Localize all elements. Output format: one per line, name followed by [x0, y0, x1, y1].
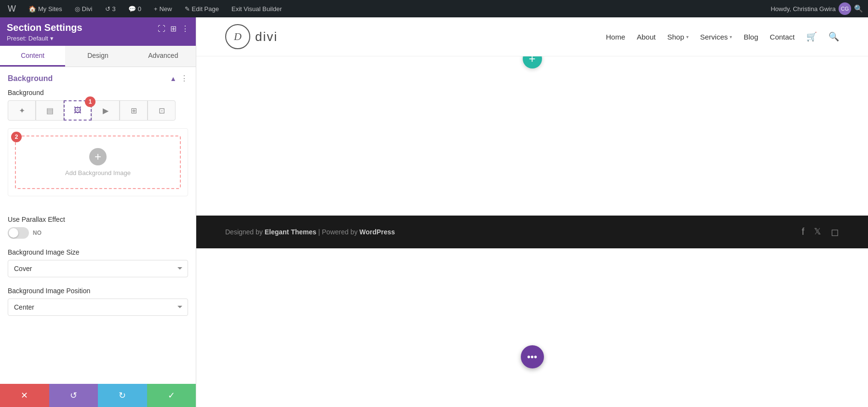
logo-letter: D [234, 30, 242, 43]
right-area: D divi Home About Shop ▾ Services ▾ [196, 17, 868, 407]
exit-builder-label: Exit Visual Builder [231, 5, 282, 13]
site-footer: Designed by Elegant Themes | Powered by … [196, 216, 868, 248]
collapse-button[interactable]: ▲ [170, 75, 176, 82]
canvas-bottom: ••• [196, 248, 868, 407]
admin-avatar[interactable]: CG [839, 2, 851, 15]
add-image-container: 2 + Add Background Image [8, 128, 188, 196]
section-group-title: Background [8, 74, 53, 83]
nav-shop[interactable]: Shop ▾ [667, 33, 689, 41]
toggle-knob [9, 228, 18, 238]
parallax-field-group: Use Parallax Effect NO [0, 211, 196, 244]
add-section-button[interactable]: + [523, 56, 542, 68]
add-section-icon: + [529, 56, 535, 66]
bg-type-pattern[interactable]: ⊞ [120, 100, 148, 121]
shop-chevron-icon: ▾ [686, 34, 689, 40]
tab-content[interactable]: Content [0, 46, 65, 67]
bg-type-row: ✦ ▤ 1 🖼 ▶ ⊞ ⊡ [8, 100, 188, 121]
save-icon: ✓ [168, 390, 175, 401]
panel-preset[interactable]: Preset: Default [7, 35, 82, 42]
my-sites-item[interactable]: 🏠 My Sites [26, 0, 65, 17]
tab-design[interactable]: Design [65, 46, 130, 67]
logo-text: divi [255, 29, 278, 44]
refresh-count: 3 [112, 5, 116, 13]
bg-position-field-group: Background Image Position Center Top Lef… [0, 282, 196, 321]
wp-admin-bar: W 🏠 My Sites ◎ Divi ↺ 3 💬 0 + New ✎ Edit… [0, 0, 868, 17]
nav-blog[interactable]: Blog [744, 33, 758, 41]
facebook-icon[interactable]: f [801, 226, 804, 238]
exit-builder-item[interactable]: Exit Visual Builder [229, 0, 285, 17]
wp-logo-item[interactable]: W [5, 0, 19, 17]
nav-about-label: About [637, 33, 655, 41]
refresh-item[interactable]: ↺ 3 [102, 0, 119, 17]
background-section: Background ▲ ⋮ Background ✦ ▤ [0, 67, 196, 211]
admin-bar-left: W 🏠 My Sites ◎ Divi ↺ 3 💬 0 + New ✎ Edit… [5, 0, 285, 17]
bg-type-mask[interactable]: ⊡ [148, 100, 176, 121]
panel-tabs: Content Design Advanced [0, 46, 196, 67]
bg-type-gradient[interactable]: ▤ [36, 100, 64, 121]
site-nav: Home About Shop ▾ Services ▾ Blog Contac [606, 31, 839, 42]
nav-search-icon[interactable]: 🔍 [828, 31, 839, 42]
footer-brand-elegant: Elegant Themes [265, 228, 316, 236]
save-button[interactable]: ✓ [147, 384, 196, 407]
parallax-toggle[interactable] [8, 227, 29, 239]
tab-advanced[interactable]: Advanced [131, 46, 196, 67]
bg-size-select[interactable]: Cover Contain Auto [8, 260, 188, 277]
edit-page-item[interactable]: ✎ Edit Page [182, 0, 222, 17]
new-label: New [160, 5, 172, 13]
howdy-text: Howdy, Christina Gwira [771, 5, 836, 13]
divi-label: Divi [82, 5, 93, 13]
undo-icon: ↺ [70, 390, 77, 401]
fullscreen-icon[interactable]: ⛶ [158, 25, 165, 33]
add-image-plus-icon[interactable]: + [89, 148, 107, 165]
nav-home[interactable]: Home [606, 33, 625, 41]
new-item[interactable]: + New [151, 0, 175, 17]
bg-position-select[interactable]: Center Top Left Top Center Top Right Cen… [8, 298, 188, 316]
section-more-button[interactable]: ⋮ [180, 74, 188, 83]
panel-content: Background ▲ ⋮ Background ✦ ▤ [0, 67, 196, 384]
gradient-icon: ▤ [46, 106, 54, 115]
columns-icon[interactable]: ⊞ [170, 24, 176, 33]
admin-search-icon[interactable]: 🔍 [854, 4, 863, 13]
nav-contact[interactable]: Contact [770, 33, 795, 41]
nav-services[interactable]: Services ▾ [700, 33, 732, 41]
canvas-area: + [196, 56, 868, 216]
redo-button[interactable]: ↻ [98, 384, 147, 407]
edit-icon: ✎ [185, 5, 190, 13]
footer-text: Designed by Elegant Themes | Powered by … [225, 228, 395, 236]
nav-about[interactable]: About [637, 33, 655, 41]
floating-menu-button[interactable]: ••• [521, 345, 544, 368]
nav-contact-label: Contact [770, 33, 795, 41]
plus-icon: + [154, 5, 158, 13]
bg-type-image[interactable]: 1 🖼 [64, 100, 92, 121]
footer-text-mid: | Powered by [316, 228, 359, 236]
nav-home-label: Home [606, 33, 625, 41]
divi-item[interactable]: ◎ Divi [72, 0, 95, 17]
comments-count: 0 [138, 5, 141, 13]
logo-circle: D [225, 24, 250, 49]
bg-size-field-group: Background Image Size Cover Contain Auto [0, 244, 196, 282]
house-icon: 🏠 [28, 5, 36, 13]
parallax-value-label: NO [33, 230, 41, 236]
more-options-icon[interactable]: ⋮ [181, 24, 189, 33]
panel-title: Section Settings [7, 22, 82, 33]
undo-button[interactable]: ↺ [49, 384, 98, 407]
bg-type-video[interactable]: ▶ [92, 100, 120, 121]
add-image-dropzone[interactable]: 2 + Add Background Image [15, 136, 181, 189]
pattern-icon: ⊞ [131, 106, 137, 115]
step2-badge: 2 [11, 132, 22, 142]
panel-header-left: Section Settings Preset: Default [7, 22, 82, 42]
redo-icon: ↻ [119, 390, 126, 401]
bg-label: Background [8, 89, 188, 96]
instagram-icon[interactable]: ◻ [831, 226, 839, 238]
step1-badge: 1 [85, 96, 95, 107]
comment-icon: 💬 [128, 5, 136, 13]
comments-item[interactable]: 💬 0 [125, 0, 144, 17]
bg-type-color[interactable]: ✦ [8, 100, 36, 121]
add-image-label: Add Background Image [65, 169, 131, 176]
cart-icon[interactable]: 🛒 [806, 31, 817, 42]
cancel-button[interactable]: ✕ [0, 384, 49, 407]
refresh-icon: ↺ [105, 5, 110, 13]
twitter-icon[interactable]: 𝕏 [814, 226, 821, 238]
my-sites-label: My Sites [38, 5, 62, 13]
cancel-icon: ✕ [21, 390, 28, 401]
